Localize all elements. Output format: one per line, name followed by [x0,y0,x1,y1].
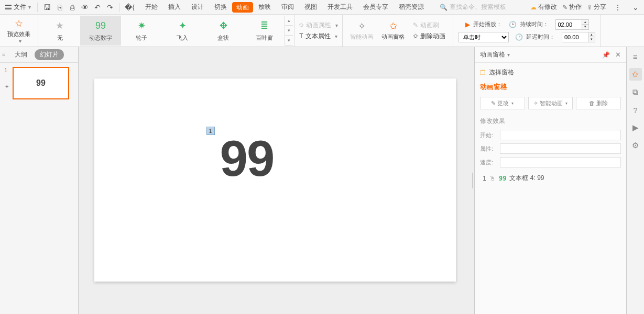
help-icon[interactable]: ? [629,104,642,116]
chevron-down-icon: ▾ [19,38,21,44]
anim-brush-button[interactable]: ✎动画刷 [413,21,445,30]
duration-spinner[interactable]: ▴▾ [555,19,589,30]
anim-flyin[interactable]: ✦飞入 [162,16,203,46]
delete-anim-button[interactable]: ✩删除动画 [413,32,445,41]
gallery-up[interactable]: ▴ [285,16,293,26]
settings-sidebar-icon[interactable]: ⚙ [629,139,642,152]
anim-label: 百叶窗 [256,34,273,42]
ribbon: ☆ 预览效果 ▾ ★无 99动态数字 ✷轮子 ✦飞入 ✥盒状 ≣百叶窗 ▴ ▾ … [0,15,644,47]
property-select[interactable] [500,143,621,154]
undo-icon[interactable]: ↶ [91,1,104,14]
anim-property-button[interactable]: ✩动画属性▾ [299,21,338,30]
gallery-more[interactable]: ▾ [285,36,293,46]
anim-none[interactable]: ★无 [39,16,80,46]
preview-icon[interactable]: 👁 [79,1,91,14]
smart-label: 智能动画 [540,99,563,107]
change-button[interactable]: ✎更改▾ [480,97,525,109]
start-label: 开始播放： [473,20,506,28]
modify-effect-label: 修改效果 [480,117,621,126]
smart-anim-button[interactable]: ✧智能动画 [346,20,377,41]
coop-button[interactable]: ✎ 协作 [562,3,582,12]
delay-spinner[interactable]: ▴▾ [562,32,595,42]
export-icon[interactable]: ⎘ [53,1,66,14]
duration-input[interactable] [555,19,582,30]
chevron-down-icon[interactable]: ▾ [507,52,510,58]
tab-slideshow[interactable]: 放映 [253,0,276,14]
tab-devtools[interactable]: 开发工具 [322,0,358,14]
tab-start[interactable]: 开始 [140,0,163,14]
slide-thumbnail[interactable]: 99 [13,67,69,99]
anim-sidebar-icon[interactable]: ✩ [629,68,642,81]
smart-anim-button[interactable]: ✧智能动画▾ [528,97,573,109]
delay-input[interactable] [562,32,588,42]
textbox-99[interactable]: 99 [220,130,274,187]
mouse-icon: 🖱 [489,175,496,182]
copy-icon[interactable]: ⧉ [629,86,642,98]
animation-gallery: ★无 99动态数字 ✷轮子 ✦飞入 ✥盒状 ≣百叶窗 ▴ ▾ ▾ [38,15,294,47]
delete-button[interactable]: 🗑删除 [576,97,621,109]
thumb-row-1[interactable]: 1 ✦ 99 [4,67,74,99]
slides-tab[interactable]: 幻灯片 [35,49,64,60]
select-pane-link[interactable]: ❐ 选择窗格 [480,68,621,77]
preview-effect-button[interactable]: ☆ 预览效果 ▾ [3,18,35,44]
share-button[interactable]: ⇪ 分享 [587,3,606,12]
more-icon[interactable]: ⋮ [612,1,624,14]
start-select[interactable] [500,130,621,140]
menu-icon[interactable]: ≡ [629,50,642,63]
anim-props-group: ✩动画属性▾ T文本属性▾ [294,15,343,47]
spin-up[interactable]: ▴ [588,32,595,37]
animation-tag[interactable]: 1 [206,127,215,135]
anim-box[interactable]: ✥盒状 [203,16,244,46]
anim-list-item-1[interactable]: 1 🖱 99 文本框 4: 99 [480,172,621,185]
spin-down[interactable]: ▾ [582,25,588,29]
trash-icon: 🗑 [589,100,595,106]
redo-icon[interactable]: ↷ [104,1,116,14]
spin-down[interactable]: ▾ [588,37,595,42]
file-menu[interactable]: 文件 ▾ [2,0,34,14]
share-icon: ⇪ [587,4,592,11]
play-sidebar-icon[interactable]: ▶ [629,121,642,134]
search-box[interactable]: 🔍 查找命令、搜索模板 [440,3,506,12]
brush-label: 动画刷 [420,21,439,30]
tab-animation[interactable]: 动画 [232,2,253,13]
tab-transition[interactable]: 切换 [209,0,232,14]
gallery-scroll: ▴ ▾ ▾ [285,16,293,46]
speed-select[interactable] [500,157,621,167]
cloud-status[interactable]: ☁ 有修改 [530,3,557,12]
anim-tools-group: ✧智能动画 ✩动画窗格 ✎动画刷 ✩删除动画 [343,15,453,47]
anim-wheel[interactable]: ✷轮子 [121,16,162,46]
tab-review[interactable]: 审阅 [276,0,299,14]
brush-del-col: ✎动画刷 ✩删除动画 [409,21,450,41]
gallery-down[interactable]: ▾ [285,26,293,36]
anim-dynamic-number[interactable]: 99动态数字 [80,16,121,46]
anim-prop-label: 动画属性 [306,21,331,30]
anim-blinds[interactable]: ≣百叶窗 [244,16,285,46]
anim-pane-button[interactable]: ✩动画窗格 [377,20,409,41]
separator [37,3,38,12]
pin-icon[interactable]: 📌 [602,51,610,59]
sparkle-icon: ✧ [358,20,366,32]
trigger-select[interactable]: 单击时 [459,32,509,42]
save-icon[interactable]: 🖫 [41,1,53,14]
outline-tab[interactable]: 大纲 [15,50,27,59]
close-icon[interactable]: ✕ [615,51,621,59]
del-anim-label: 删除动画 [420,32,445,41]
slide[interactable]: 1 99 [94,78,456,282]
canvas-area[interactable]: 1 99 [79,47,471,314]
search-icon: 🔍 [440,4,447,11]
tab-member[interactable]: 会员专享 [358,0,394,14]
spin-up[interactable]: ▴ [582,20,588,25]
chevron-down-icon: ▾ [28,4,31,10]
tab-insert[interactable]: 插入 [163,0,186,14]
text-property-button[interactable]: T文本属性▾ [299,32,337,41]
quick-tool-icon[interactable]: �⟨ [123,1,136,14]
tab-design[interactable]: 设计 [186,0,209,14]
expand-icon[interactable]: ⌄ [629,1,642,14]
collapse-icon[interactable]: « [2,52,5,58]
file-label: 文件 [14,3,26,12]
preview-label: 预览效果 [7,30,30,38]
tab-resources[interactable]: 稻壳资源 [394,0,429,14]
print-icon[interactable]: ⎙ [66,1,79,14]
tab-view[interactable]: 视图 [299,0,322,14]
duration-label: 持续时间： [520,20,552,28]
